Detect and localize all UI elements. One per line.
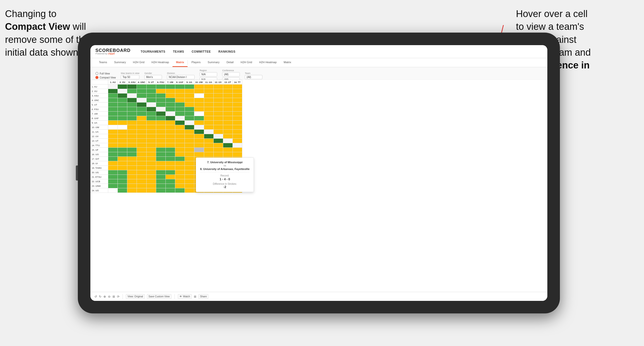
matrix-cell[interactable] xyxy=(127,161,137,166)
max-teams-select[interactable]: Top 50 xyxy=(121,75,139,79)
conference-select-1[interactable]: (All) xyxy=(222,72,240,76)
matrix-cell[interactable] xyxy=(204,89,213,94)
matrix-cell[interactable] xyxy=(213,89,223,94)
matrix-cell[interactable] xyxy=(204,152,213,157)
matrix-cell[interactable] xyxy=(204,143,213,148)
gender-select[interactable]: Men's xyxy=(144,75,162,79)
matrix-cell[interactable] xyxy=(165,130,175,134)
matrix-cell[interactable] xyxy=(194,98,204,103)
tab-summary-left[interactable]: Summary xyxy=(110,58,129,67)
matrix-cell[interactable] xyxy=(137,98,147,103)
matrix-cell[interactable] xyxy=(127,98,137,103)
matrix-cell[interactable] xyxy=(165,148,175,152)
matrix-cell[interactable] xyxy=(108,170,118,175)
compact-view-option[interactable]: Compact View xyxy=(95,76,116,79)
matrix-cell[interactable] xyxy=(137,103,147,107)
matrix-cell[interactable] xyxy=(194,134,204,139)
division-select[interactable]: NCAA Division I xyxy=(167,75,195,79)
matrix-cell[interactable] xyxy=(204,148,213,152)
matrix-cell[interactable] xyxy=(108,161,118,166)
matrix-cell[interactable] xyxy=(108,116,118,121)
matrix-cell[interactable] xyxy=(146,130,156,134)
matrix-cell[interactable] xyxy=(175,139,185,143)
matrix-cell[interactable] xyxy=(146,112,156,116)
matrix-cell[interactable] xyxy=(156,170,165,175)
matrix-cell[interactable] xyxy=(146,89,156,94)
matrix-cell[interactable] xyxy=(165,107,175,112)
matrix-cell[interactable] xyxy=(232,152,242,157)
matrix-cell[interactable] xyxy=(223,103,232,107)
matrix-cell[interactable] xyxy=(118,161,127,166)
matrix-cell[interactable] xyxy=(118,121,127,125)
matrix-cell[interactable] xyxy=(156,125,165,130)
matrix-cell[interactable] xyxy=(156,84,165,89)
matrix-cell[interactable] xyxy=(175,103,185,107)
save-custom-button[interactable]: Save Custom View xyxy=(147,294,171,299)
tab-h2h-grid-left[interactable]: H2H Grid xyxy=(129,58,148,67)
matrix-cell[interactable] xyxy=(108,98,118,103)
matrix-cell[interactable] xyxy=(108,107,118,112)
matrix-cell[interactable] xyxy=(146,161,156,166)
matrix-cell[interactable] xyxy=(185,152,194,157)
matrix-cell[interactable] xyxy=(156,134,165,139)
matrix-cell[interactable] xyxy=(137,161,147,166)
matrix-cell[interactable] xyxy=(165,112,175,116)
matrix-cell[interactable] xyxy=(165,152,175,157)
matrix-cell[interactable] xyxy=(137,175,147,179)
matrix-cell[interactable] xyxy=(137,125,147,130)
matrix-cell[interactable] xyxy=(213,103,223,107)
matrix-cell[interactable] xyxy=(194,103,204,107)
matrix-cell[interactable] xyxy=(156,112,165,116)
matrix-cell[interactable] xyxy=(232,103,242,107)
zoom-out-icon[interactable]: ⊖ xyxy=(108,295,110,298)
matrix-cell[interactable] xyxy=(156,148,165,152)
matrix-cell[interactable] xyxy=(185,84,194,89)
matrix-cell[interactable] xyxy=(185,179,194,184)
matrix-cell[interactable] xyxy=(108,175,118,179)
matrix-cell[interactable] xyxy=(118,188,127,193)
matrix-cell[interactable] xyxy=(175,98,185,103)
matrix-cell[interactable] xyxy=(137,89,147,94)
matrix-cell[interactable] xyxy=(194,107,204,112)
matrix-cell[interactable] xyxy=(194,130,204,134)
matrix-cell[interactable] xyxy=(165,188,175,193)
matrix-cell[interactable] xyxy=(156,139,165,143)
matrix-cell[interactable] xyxy=(185,161,194,166)
matrix-cell[interactable] xyxy=(127,134,137,139)
matrix-cell[interactable] xyxy=(137,116,147,121)
matrix-cell[interactable] xyxy=(146,184,156,188)
matrix-cell[interactable] xyxy=(156,175,165,179)
matrix-cell[interactable] xyxy=(156,161,165,166)
matrix-cell[interactable] xyxy=(156,103,165,107)
matrix-cell[interactable] xyxy=(146,107,156,112)
matrix-cell[interactable] xyxy=(137,121,147,125)
matrix-cell[interactable] xyxy=(223,143,232,148)
matrix-cell[interactable] xyxy=(185,130,194,134)
matrix-cell[interactable] xyxy=(165,134,175,139)
matrix-cell[interactable] xyxy=(108,139,118,143)
matrix-cell[interactable] xyxy=(165,139,175,143)
matrix-cell[interactable] xyxy=(127,152,137,157)
matrix-cell[interactable] xyxy=(175,161,185,166)
matrix-cell[interactable] xyxy=(185,89,194,94)
matrix-cell[interactable] xyxy=(137,134,147,139)
matrix-cell[interactable] xyxy=(118,157,127,161)
matrix-cell[interactable] xyxy=(175,143,185,148)
matrix-cell[interactable] xyxy=(146,170,156,175)
matrix-cell[interactable] xyxy=(127,188,137,193)
matrix-cell[interactable] xyxy=(175,170,185,175)
matrix-cell[interactable] xyxy=(156,130,165,134)
grid-icon[interactable]: ⊞ xyxy=(194,295,196,298)
matrix-cell[interactable] xyxy=(118,143,127,148)
matrix-cell[interactable] xyxy=(118,107,127,112)
matrix-cell[interactable] xyxy=(185,157,194,161)
undo-icon[interactable]: ↺ xyxy=(94,295,97,298)
full-view-radio[interactable] xyxy=(95,72,98,75)
matrix-cell[interactable] xyxy=(223,130,232,134)
matrix-cell[interactable] xyxy=(118,112,127,116)
matrix-cell[interactable] xyxy=(223,84,232,89)
matrix-cell[interactable] xyxy=(223,125,232,130)
matrix-cell[interactable] xyxy=(118,84,127,89)
matrix-cell[interactable] xyxy=(185,175,194,179)
matrix-cell[interactable] xyxy=(146,139,156,143)
